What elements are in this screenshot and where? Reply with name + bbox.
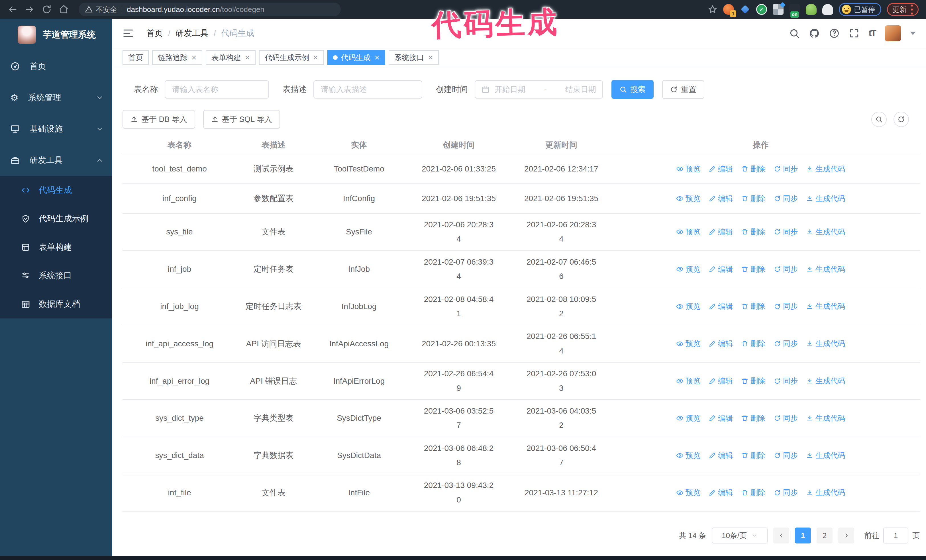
- generate-code-action[interactable]: 生成代码: [806, 264, 845, 274]
- table-desc-input[interactable]: [313, 80, 422, 98]
- delete-action[interactable]: 删除: [741, 413, 765, 423]
- preview-action[interactable]: 预览: [676, 488, 701, 498]
- security-warning[interactable]: 不安全: [85, 5, 117, 14]
- page-button-1[interactable]: 1: [795, 528, 811, 543]
- delete-action[interactable]: 删除: [741, 376, 765, 386]
- extension-icon[interactable]: [773, 4, 784, 15]
- tab[interactable]: 代码生成示例 ×: [259, 50, 324, 65]
- generate-code-action[interactable]: 生成代码: [806, 339, 845, 349]
- delete-action[interactable]: 删除: [741, 194, 765, 204]
- browser-forward-icon[interactable]: [24, 4, 35, 15]
- user-avatar[interactable]: [885, 25, 901, 41]
- sidebar-item-system-api[interactable]: 系统接口: [0, 261, 112, 290]
- edit-action[interactable]: 编辑: [709, 227, 733, 237]
- sidebar-item-db-doc[interactable]: 数据库文档: [0, 290, 112, 318]
- preview-action[interactable]: 预览: [676, 413, 701, 423]
- tab[interactable]: 表单构建 ×: [206, 50, 256, 65]
- browser-back-icon[interactable]: [8, 4, 18, 15]
- sidebar-item-codegen-example[interactable]: 代码生成示例: [0, 205, 112, 233]
- breadcrumb-root[interactable]: 首页: [147, 28, 163, 39]
- next-page-button[interactable]: [838, 528, 854, 543]
- delete-action[interactable]: 删除: [741, 451, 765, 460]
- preview-action[interactable]: 预览: [676, 264, 701, 274]
- edit-action[interactable]: 编辑: [709, 339, 733, 349]
- sync-action[interactable]: 同步: [774, 301, 798, 311]
- hamburger-icon[interactable]: [123, 28, 134, 39]
- delete-action[interactable]: 删除: [741, 164, 765, 174]
- sync-action[interactable]: 同步: [774, 488, 798, 498]
- help-icon[interactable]: [829, 28, 840, 39]
- extension-icon[interactable]: 1: [723, 4, 734, 15]
- generate-code-action[interactable]: 生成代码: [806, 413, 845, 423]
- sidebar-item-system[interactable]: ⚙ 系统管理: [0, 82, 112, 113]
- extension-icon[interactable]: on: [789, 4, 800, 15]
- preview-action[interactable]: 预览: [676, 376, 701, 386]
- sidebar-item-home[interactable]: 首页: [0, 51, 112, 82]
- browser-menu-icon[interactable]: •••: [911, 3, 913, 16]
- edit-action[interactable]: 编辑: [709, 194, 733, 204]
- delete-action[interactable]: 删除: [741, 339, 765, 349]
- table-name-input[interactable]: [165, 80, 269, 98]
- tab[interactable]: 链路追踪 ×: [152, 50, 202, 65]
- sidebar-item-devtools[interactable]: 研发工具: [0, 145, 112, 176]
- edit-action[interactable]: 编辑: [709, 488, 733, 498]
- page-button-2[interactable]: 2: [817, 528, 832, 543]
- delete-action[interactable]: 删除: [741, 301, 765, 311]
- sync-action[interactable]: 同步: [774, 376, 798, 386]
- generate-code-action[interactable]: 生成代码: [806, 227, 845, 237]
- github-icon[interactable]: [809, 28, 820, 39]
- extension-icon[interactable]: [822, 4, 833, 15]
- address-bar[interactable]: 不安全 dashboard.yudao.iocoder.cn/tool/code…: [79, 3, 341, 16]
- sync-action[interactable]: 同步: [774, 227, 798, 237]
- generate-code-action[interactable]: 生成代码: [806, 451, 845, 460]
- preview-action[interactable]: 预览: [676, 164, 701, 174]
- preview-action[interactable]: 预览: [676, 301, 701, 311]
- breadcrumb-section[interactable]: 研发工具: [176, 28, 209, 39]
- generate-code-action[interactable]: 生成代码: [806, 164, 845, 174]
- edit-action[interactable]: 编辑: [709, 301, 733, 311]
- import-sql-button[interactable]: 基于 SQL 导入: [203, 110, 280, 129]
- bookmark-star-icon[interactable]: [708, 5, 717, 14]
- edit-action[interactable]: 编辑: [709, 376, 733, 386]
- generate-code-action[interactable]: 生成代码: [806, 488, 845, 498]
- close-icon[interactable]: ×: [428, 53, 433, 62]
- refresh-table-button[interactable]: [894, 112, 909, 127]
- fullscreen-icon[interactable]: [849, 28, 859, 39]
- edit-action[interactable]: 编辑: [709, 451, 733, 460]
- browser-home-icon[interactable]: [59, 4, 69, 15]
- tab[interactable]: 代码生成 ×: [327, 50, 386, 65]
- sync-action[interactable]: 同步: [774, 164, 798, 174]
- reset-button[interactable]: 重置: [662, 80, 704, 99]
- sidebar-item-codegen[interactable]: 代码生成: [0, 176, 112, 205]
- close-icon[interactable]: ×: [191, 53, 197, 62]
- generate-code-action[interactable]: 生成代码: [806, 376, 845, 386]
- font-size-icon[interactable]: tT: [869, 28, 876, 38]
- date-range-picker[interactable]: 开始日期 - 结束日期: [475, 80, 603, 98]
- sync-action[interactable]: 同步: [774, 451, 798, 460]
- search-button[interactable]: 搜索: [611, 80, 654, 99]
- sync-action[interactable]: 同步: [774, 194, 798, 204]
- sync-action[interactable]: 同步: [774, 413, 798, 423]
- search-icon[interactable]: [789, 28, 800, 39]
- close-icon[interactable]: ×: [375, 53, 380, 62]
- end-date-placeholder[interactable]: 结束日期: [565, 84, 596, 95]
- edit-action[interactable]: 编辑: [709, 164, 733, 174]
- delete-action[interactable]: 删除: [741, 488, 765, 498]
- tab[interactable]: 首页 ×: [123, 50, 149, 65]
- delete-action[interactable]: 删除: [741, 264, 765, 274]
- profile-paused-badge[interactable]: 已暂停: [839, 3, 881, 16]
- goto-page-input[interactable]: [883, 528, 908, 543]
- close-icon[interactable]: ×: [313, 53, 318, 62]
- toggle-search-button[interactable]: [871, 112, 887, 127]
- sync-action[interactable]: 同步: [774, 339, 798, 349]
- close-icon[interactable]: ×: [245, 53, 250, 62]
- preview-action[interactable]: 预览: [676, 339, 701, 349]
- sidebar-item-infra[interactable]: 基础设施: [0, 113, 112, 145]
- preview-action[interactable]: 预览: [676, 227, 701, 237]
- tab[interactable]: 系统接口 ×: [389, 50, 439, 65]
- extension-icon[interactable]: [806, 4, 817, 15]
- page-size-select[interactable]: 10条/页: [712, 528, 767, 543]
- start-date-placeholder[interactable]: 开始日期: [495, 84, 525, 95]
- sync-action[interactable]: 同步: [774, 264, 798, 274]
- sidebar-item-form-builder[interactable]: 表单构建: [0, 233, 112, 261]
